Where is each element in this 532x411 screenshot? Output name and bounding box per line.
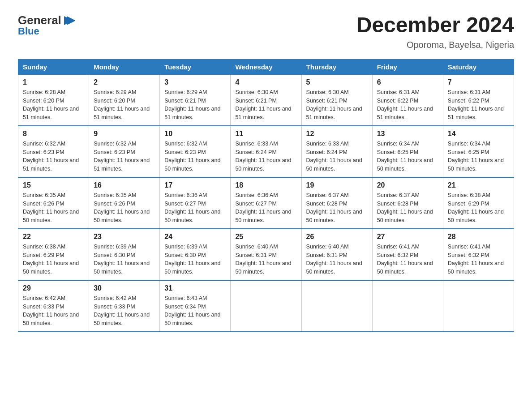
day-number: 12 [306, 130, 368, 138]
day-number: 16 [94, 181, 155, 189]
header-sunday: Sunday [18, 59, 89, 74]
day-info: Sunrise: 6:40 AM Sunset: 6:31 PM Dayligh… [306, 243, 368, 276]
table-row: 1 Sunrise: 6:28 AM Sunset: 6:20 PM Dayli… [18, 74, 89, 126]
header-thursday: Thursday [301, 59, 372, 74]
day-number: 9 [94, 130, 155, 138]
table-row: 20 Sunrise: 6:37 AM Sunset: 6:28 PM Dayl… [372, 177, 443, 229]
day-info: Sunrise: 6:29 AM Sunset: 6:21 PM Dayligh… [164, 88, 226, 122]
table-row: 25 Sunrise: 6:40 AM Sunset: 6:31 PM Dayl… [231, 229, 301, 280]
day-info: Sunrise: 6:28 AM Sunset: 6:20 PM Dayligh… [23, 88, 84, 122]
header-friday: Friday [372, 59, 443, 74]
day-number: 8 [23, 130, 84, 138]
day-info: Sunrise: 6:29 AM Sunset: 6:20 PM Dayligh… [94, 88, 155, 122]
table-row: 9 Sunrise: 6:32 AM Sunset: 6:23 PM Dayli… [89, 126, 160, 177]
day-number: 31 [164, 284, 226, 292]
table-row [372, 280, 443, 332]
table-row: 28 Sunrise: 6:41 AM Sunset: 6:32 PM Dayl… [443, 229, 514, 280]
table-row: 7 Sunrise: 6:31 AM Sunset: 6:22 PM Dayli… [443, 74, 514, 126]
day-info: Sunrise: 6:32 AM Sunset: 6:23 PM Dayligh… [23, 140, 84, 173]
day-info: Sunrise: 6:40 AM Sunset: 6:31 PM Dayligh… [235, 243, 296, 276]
day-info: Sunrise: 6:30 AM Sunset: 6:21 PM Dayligh… [235, 88, 296, 122]
day-number: 24 [164, 233, 226, 241]
day-info: Sunrise: 6:34 AM Sunset: 6:25 PM Dayligh… [448, 140, 509, 173]
day-info: Sunrise: 6:38 AM Sunset: 6:29 PM Dayligh… [448, 191, 509, 225]
day-number: 1 [23, 78, 84, 86]
calendar-table: Sunday Monday Tuesday Wednesday Thursday… [18, 59, 514, 332]
day-info: Sunrise: 6:33 AM Sunset: 6:24 PM Dayligh… [306, 140, 368, 173]
day-info: Sunrise: 6:31 AM Sunset: 6:22 PM Dayligh… [377, 88, 438, 122]
day-number: 28 [448, 233, 509, 241]
calendar-week-row: 8 Sunrise: 6:32 AM Sunset: 6:23 PM Dayli… [18, 126, 514, 177]
day-number: 11 [235, 130, 296, 138]
table-row: 6 Sunrise: 6:31 AM Sunset: 6:22 PM Dayli… [372, 74, 443, 126]
day-number: 22 [23, 233, 84, 241]
day-number: 18 [235, 181, 296, 189]
calendar-week-row: 1 Sunrise: 6:28 AM Sunset: 6:20 PM Dayli… [18, 74, 514, 126]
logo: General Blue [18, 13, 75, 37]
table-row: 19 Sunrise: 6:37 AM Sunset: 6:28 PM Dayl… [301, 177, 372, 229]
day-info: Sunrise: 6:43 AM Sunset: 6:34 PM Dayligh… [164, 294, 226, 328]
day-number: 6 [377, 78, 438, 86]
table-row: 4 Sunrise: 6:30 AM Sunset: 6:21 PM Dayli… [231, 74, 301, 126]
table-row: 26 Sunrise: 6:40 AM Sunset: 6:31 PM Dayl… [301, 229, 372, 280]
calendar-week-row: 29 Sunrise: 6:42 AM Sunset: 6:33 PM Dayl… [18, 280, 514, 332]
header-tuesday: Tuesday [160, 59, 231, 74]
day-info: Sunrise: 6:42 AM Sunset: 6:33 PM Dayligh… [23, 294, 84, 328]
table-row [301, 280, 372, 332]
day-info: Sunrise: 6:36 AM Sunset: 6:27 PM Dayligh… [235, 191, 296, 225]
table-row: 12 Sunrise: 6:33 AM Sunset: 6:24 PM Dayl… [301, 126, 372, 177]
table-row [231, 280, 301, 332]
day-info: Sunrise: 6:41 AM Sunset: 6:32 PM Dayligh… [377, 243, 438, 276]
table-row: 23 Sunrise: 6:39 AM Sunset: 6:30 PM Dayl… [89, 229, 160, 280]
day-number: 19 [306, 181, 368, 189]
table-row: 11 Sunrise: 6:33 AM Sunset: 6:24 PM Dayl… [231, 126, 301, 177]
day-info: Sunrise: 6:39 AM Sunset: 6:30 PM Dayligh… [94, 243, 155, 276]
table-row: 2 Sunrise: 6:29 AM Sunset: 6:20 PM Dayli… [89, 74, 160, 126]
day-info: Sunrise: 6:33 AM Sunset: 6:24 PM Dayligh… [235, 140, 296, 173]
table-row: 15 Sunrise: 6:35 AM Sunset: 6:26 PM Dayl… [18, 177, 89, 229]
table-row: 5 Sunrise: 6:30 AM Sunset: 6:21 PM Dayli… [301, 74, 372, 126]
table-row: 8 Sunrise: 6:32 AM Sunset: 6:23 PM Dayli… [18, 126, 89, 177]
table-row: 3 Sunrise: 6:29 AM Sunset: 6:21 PM Dayli… [160, 74, 231, 126]
day-info: Sunrise: 6:39 AM Sunset: 6:30 PM Dayligh… [164, 243, 226, 276]
day-number: 20 [377, 181, 438, 189]
calendar-title: December 2024 [356, 13, 514, 37]
table-row: 27 Sunrise: 6:41 AM Sunset: 6:32 PM Dayl… [372, 229, 443, 280]
day-number: 2 [94, 78, 155, 86]
table-row: 30 Sunrise: 6:42 AM Sunset: 6:33 PM Dayl… [89, 280, 160, 332]
day-number: 23 [94, 233, 155, 241]
calendar-week-row: 15 Sunrise: 6:35 AM Sunset: 6:26 PM Dayl… [18, 177, 514, 229]
header-saturday: Saturday [443, 59, 514, 74]
svg-marker-1 [67, 16, 75, 25]
day-info: Sunrise: 6:38 AM Sunset: 6:29 PM Dayligh… [23, 243, 84, 276]
logo-triangle-icon [62, 14, 75, 27]
day-number: 5 [306, 78, 368, 86]
table-row: 18 Sunrise: 6:36 AM Sunset: 6:27 PM Dayl… [231, 177, 301, 229]
day-number: 14 [448, 130, 509, 138]
day-info: Sunrise: 6:41 AM Sunset: 6:32 PM Dayligh… [448, 243, 509, 276]
day-info: Sunrise: 6:37 AM Sunset: 6:28 PM Dayligh… [306, 191, 368, 225]
day-info: Sunrise: 6:32 AM Sunset: 6:23 PM Dayligh… [164, 140, 226, 173]
day-info: Sunrise: 6:42 AM Sunset: 6:33 PM Dayligh… [94, 294, 155, 328]
table-row: 13 Sunrise: 6:34 AM Sunset: 6:25 PM Dayl… [372, 126, 443, 177]
day-number: 13 [377, 130, 438, 138]
day-number: 30 [94, 284, 155, 292]
calendar-title-area: December 2024 Oporoma, Bayelsa, Nigeria [356, 13, 514, 50]
day-number: 25 [235, 233, 296, 241]
day-info: Sunrise: 6:34 AM Sunset: 6:25 PM Dayligh… [377, 140, 438, 173]
day-number: 27 [377, 233, 438, 241]
table-row [443, 280, 514, 332]
calendar-header-row: Sunday Monday Tuesday Wednesday Thursday… [18, 59, 514, 74]
calendar-subtitle: Oporoma, Bayelsa, Nigeria [356, 40, 514, 50]
table-row: 10 Sunrise: 6:32 AM Sunset: 6:23 PM Dayl… [160, 126, 231, 177]
day-info: Sunrise: 6:30 AM Sunset: 6:21 PM Dayligh… [306, 88, 368, 122]
day-info: Sunrise: 6:35 AM Sunset: 6:26 PM Dayligh… [94, 191, 155, 225]
day-info: Sunrise: 6:37 AM Sunset: 6:28 PM Dayligh… [377, 191, 438, 225]
day-number: 15 [23, 181, 84, 189]
calendar-week-row: 22 Sunrise: 6:38 AM Sunset: 6:29 PM Dayl… [18, 229, 514, 280]
page-header: General Blue December 2024 Oporoma, Baye… [18, 13, 514, 50]
day-number: 21 [448, 181, 509, 189]
day-number: 3 [164, 78, 226, 86]
table-row: 31 Sunrise: 6:43 AM Sunset: 6:34 PM Dayl… [160, 280, 231, 332]
day-number: 7 [448, 78, 509, 86]
